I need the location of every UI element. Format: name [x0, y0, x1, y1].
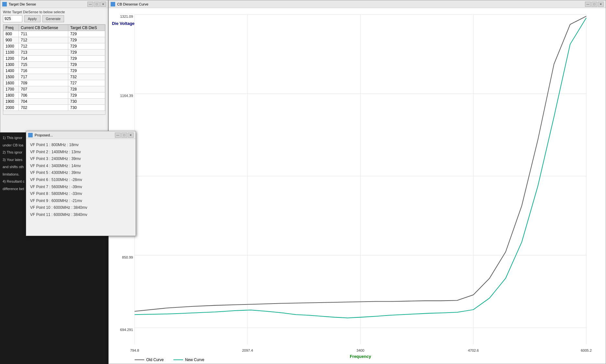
table-cell: 1000 — [4, 43, 19, 49]
proposed-window: Proposed... — □ ✕ VF Point 1 : 800MHz : … — [26, 131, 136, 236]
table-cell: 706 — [19, 92, 68, 99]
proposed-point: VF Point 10 : 6000MHz : 3840mv — [30, 204, 132, 211]
table-cell: 730 — [68, 105, 105, 111]
y-axis-title: Die Voltage — [112, 21, 135, 26]
proposed-maximize-button[interactable]: □ — [121, 133, 127, 138]
table-row: 900712729 — [4, 37, 105, 43]
proposed-window-controls: — □ ✕ — [115, 133, 134, 138]
x-label-2: 3400 — [357, 348, 364, 352]
chart-title-left: CB Diesense Curve — [111, 2, 149, 6]
table-cell: 707 — [19, 86, 68, 92]
proposed-point: VF Point 8 : 5800MHz : -33mv — [30, 190, 132, 198]
col-current: Current CB DieSense — [19, 25, 68, 31]
proposed-point: VF Point 7 : 5600MHz : -39mv — [30, 184, 132, 191]
proposed-window-title: Proposed... — [35, 133, 53, 137]
table-cell: 729 — [68, 31, 105, 37]
chart-inner: Die Voltage 1321.09 1164.39 1007.69 850.… — [135, 15, 586, 344]
value-input[interactable] — [3, 15, 22, 22]
table-body: 8007117299007127291000712729110071372912… — [4, 31, 105, 111]
legend-new-line — [173, 359, 183, 360]
proposed-title-icon — [28, 133, 33, 137]
target-title-bar: Target Die Sense — □ ✕ — [0, 0, 108, 8]
table-cell: 729 — [68, 56, 105, 62]
table-cell: 727 — [68, 80, 105, 86]
write-label: Write Target DieSense to below selecte — [3, 10, 105, 14]
proposed-close-button[interactable]: ✕ — [128, 133, 134, 138]
table-cell: 729 — [68, 43, 105, 49]
input-row: Apply Generate — [3, 15, 105, 22]
chart-window-controls: — □ ✕ — [585, 2, 604, 7]
y-label-1: 1164.39 — [117, 94, 133, 98]
table-cell: 704 — [19, 99, 68, 105]
table-cell: 709 — [19, 80, 68, 86]
table-cell: 1100 — [4, 49, 19, 56]
table-row: 1800706729 — [4, 92, 105, 99]
table-cell: 1400 — [4, 68, 19, 74]
table-cell: 716 — [19, 68, 68, 74]
table-cell: 1200 — [4, 56, 19, 62]
proposed-title-left: Proposed... — [28, 133, 53, 137]
table-cell: 1600 — [4, 80, 19, 86]
target-window-controls: — □ ✕ — [87, 2, 106, 7]
target-die-sense-window: Target Die Sense — □ ✕ Write Target DieS… — [0, 0, 108, 133]
table-row: 1500717732 — [4, 74, 105, 80]
legend-old-item: Old Curve — [135, 358, 164, 362]
y-label-3: 850.99 — [117, 255, 133, 259]
table-cell: 900 — [4, 37, 19, 43]
table-cell: 1300 — [4, 62, 19, 68]
table-cell: 717 — [19, 74, 68, 80]
proposed-point: VF Point 1 : 800MHz : 18mv — [30, 142, 132, 149]
table-row: 1900704730 — [4, 99, 105, 105]
x-axis-title: Frequency — [350, 354, 371, 359]
table-cell: 728 — [68, 86, 105, 92]
chart-svg — [135, 15, 586, 344]
chart-title-bar: CB Diesense Curve — □ ✕ — [109, 0, 606, 8]
table-cell: 800 — [4, 31, 19, 37]
data-table-scroll[interactable]: Freq Current CB DieSense Target CB DieS … — [3, 24, 105, 115]
table-row: 1700707728 — [4, 86, 105, 92]
proposed-point: VF Point 11 : 6000MHz : 3840mv — [30, 211, 132, 219]
table-cell: 711 — [19, 31, 68, 37]
table-row: 1300715729 — [4, 62, 105, 68]
target-window-title: Target Die Sense — [9, 2, 36, 6]
y-label-max: 1321.09 — [117, 15, 133, 18]
target-close-button[interactable]: ✕ — [100, 2, 106, 7]
target-title-icon — [2, 2, 7, 6]
x-label-3: 4702.6 — [468, 348, 479, 352]
target-minimize-button[interactable]: — — [87, 2, 93, 7]
generate-button[interactable]: Generate — [42, 15, 64, 22]
table-cell: 729 — [68, 62, 105, 68]
chart-area: Die Voltage 1321.09 1164.39 1007.69 850.… — [109, 8, 606, 364]
proposed-minimize-button[interactable]: — — [115, 133, 121, 138]
proposed-point: VF Point 5 : 4300MHz : 39mv — [30, 169, 132, 177]
x-label-1: 2097.4 — [242, 348, 253, 352]
legend-new-label: New Curve — [185, 358, 204, 362]
table-cell: 729 — [68, 68, 105, 74]
chart-title-icon — [111, 2, 115, 6]
table-cell: 730 — [68, 99, 105, 105]
table-cell: 715 — [19, 62, 68, 68]
table-cell: 702 — [19, 105, 68, 111]
table-cell: 1700 — [4, 86, 19, 92]
proposed-point: VF Point 3 : 2400MHz : 39mv — [30, 155, 132, 163]
table-cell: 732 — [68, 74, 105, 80]
chart-window-title: CB Diesense Curve — [117, 2, 149, 6]
apply-button[interactable]: Apply — [24, 15, 40, 22]
table-cell: 2000 — [4, 105, 19, 111]
table-cell: 714 — [19, 56, 68, 62]
proposed-title-bar: Proposed... — □ ✕ — [26, 131, 136, 139]
chart-minimize-button[interactable]: — — [585, 2, 591, 7]
target-main-content: Write Target DieSense to below selecte A… — [0, 8, 108, 117]
target-maximize-button[interactable]: □ — [94, 2, 100, 7]
table-row: 1000712729 — [4, 43, 105, 49]
legend-old-label: Old Curve — [146, 358, 164, 362]
table-row: 1200714729 — [4, 56, 105, 62]
chart-close-button[interactable]: ✕ — [598, 2, 604, 7]
proposed-point: VF Point 4 : 3400MHz : 14mv — [30, 163, 132, 170]
table-cell: 713 — [19, 49, 68, 56]
table-cell: 729 — [68, 37, 105, 43]
chart-maximize-button[interactable]: □ — [591, 2, 597, 7]
x-label-4: 6005.2 — [581, 348, 592, 352]
table-cell: 712 — [19, 43, 68, 49]
table-cell: 1500 — [4, 74, 19, 80]
